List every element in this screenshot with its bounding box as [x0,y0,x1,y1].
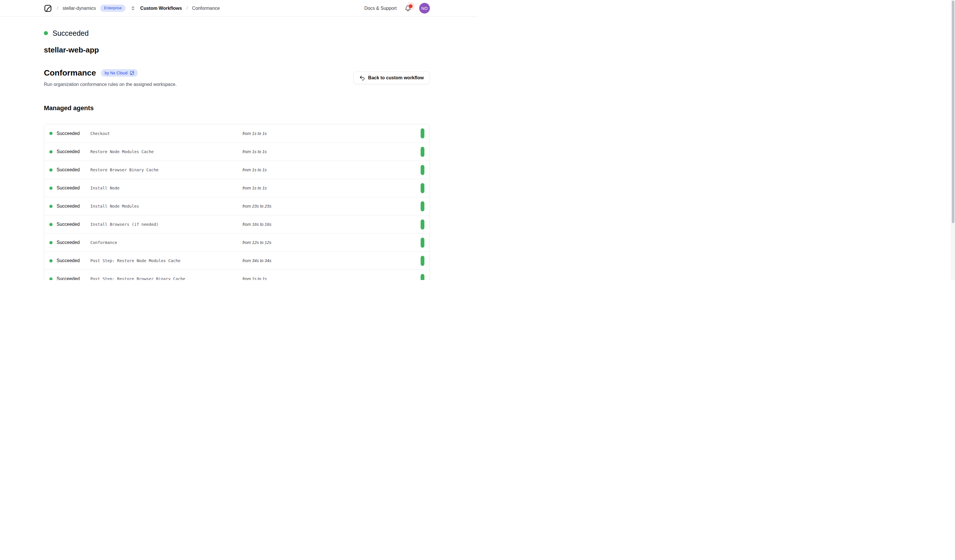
step-status-label: Succeeded [56,167,80,172]
arrow-uturn-left-icon [359,75,365,81]
step-status-dot [49,187,53,190]
step-status-dot [49,205,53,208]
step-duration-bar [421,165,424,175]
step-time-range: from 12s to 12s [243,240,421,245]
workflow-description: Run organization conformance rules on th… [44,81,177,88]
nx-cloud-logo-icon[interactable] [44,4,52,12]
workflow-title: Conformance [44,68,96,78]
step-duration-bar [421,128,424,139]
step-name: Install Browsers (if needed) [90,222,243,227]
step-duration-bar [421,220,424,229]
step-status-dot [49,168,53,172]
step-duration-bar [421,183,424,193]
page-title: stellar-web-app [44,45,430,55]
step-status-dot [49,278,53,280]
status-dot [44,31,48,35]
step-row[interactable]: Succeeded Install Node from 1s to 1s [44,179,430,197]
step-time-range: from 1s to 1s [243,131,421,136]
step-name: Checkout [90,131,243,136]
step-row[interactable]: Succeeded Restore Node Modules Cache fro… [44,142,430,161]
step-status-label: Succeeded [56,186,80,190]
step-status-dot [49,150,53,153]
step-name: Conformance [90,240,243,245]
managed-agents-card: Succeeded Checkout from 1s to 1s Succeed… [44,124,430,280]
run-status: Succeeded [44,28,430,38]
step-time-range: from 1s to 1s [243,167,421,172]
step-name: Post Step: Restore Browser Binary Cache [90,276,243,280]
breadcrumb-separator: / [57,5,58,11]
step-duration-bar [421,147,424,157]
plan-badge: Enterprise [100,5,125,12]
breadcrumb: / stellar-dynamics Enterprise Custom Wor… [44,4,220,12]
step-status-label: Succeeded [56,276,80,280]
step-row[interactable]: Succeeded Install Browsers (if needed) f… [44,215,430,233]
step-status-label: Succeeded [56,131,80,136]
step-row[interactable]: Succeeded Install Node Modules from 23s … [44,197,430,215]
step-time-range: from 16s to 16s [243,222,421,227]
step-status-dot [49,132,53,135]
step-duration-bar [421,256,424,266]
back-to-custom-workflow-button[interactable]: Back to custom workflow [353,72,430,84]
step-name: Install Node [90,186,243,190]
step-name: Post Step: Restore Node Modules Cache [90,258,243,263]
status-label: Succeeded [53,29,89,37]
step-time-range: from 34s to 34s [243,258,421,263]
managed-agents-title: Managed agents [44,104,430,112]
step-name: Restore Browser Binary Cache [90,167,243,172]
step-name: Restore Node Modules Cache [90,150,243,154]
breadcrumb-separator: / [186,5,188,11]
step-status-label: Succeeded [56,258,80,263]
step-row[interactable]: Succeeded Conformance from 12s to 12s [44,233,430,251]
top-navbar: / stellar-dynamics Enterprise Custom Wor… [0,0,478,17]
step-row[interactable]: Succeeded Restore Browser Binary Cache f… [44,161,430,179]
step-time-range: from 23s to 23s [243,204,421,209]
step-status-dot [49,259,53,262]
notification-dot [409,4,413,8]
breadcrumb-page[interactable]: Conformance [192,6,220,11]
step-status-label: Succeeded [56,204,80,209]
step-duration-bar [421,201,424,211]
nx-cloud-logo-icon [130,71,134,75]
by-nx-cloud-badge[interactable]: by Nx Cloud [101,69,138,77]
step-status-label: Succeeded [56,240,80,245]
step-row[interactable]: Succeeded Checkout from 1s to 1s [44,124,430,142]
workflow-header: Conformance by Nx Cloud Run organization… [44,67,177,88]
step-status-dot [49,223,53,226]
step-row[interactable]: Succeeded Post Step: Restore Browser Bin… [44,270,430,280]
avatar[interactable]: NO [419,3,430,14]
breadcrumb-org[interactable]: stellar-dynamics [63,6,96,11]
back-button-label: Back to custom workflow [368,75,424,80]
step-status-label: Succeeded [56,222,80,227]
badge-label: by Nx Cloud [105,71,127,75]
step-status-label: Succeeded [56,149,80,154]
step-time-range: from 1s to 1s [243,150,421,154]
step-row[interactable]: Succeeded Post Step: Restore Node Module… [44,251,430,270]
step-duration-bar [421,274,424,280]
docs-support-link[interactable]: Docs & Support [364,6,397,11]
chevron-up-down-icon[interactable] [130,5,136,11]
step-status-dot [49,241,53,244]
main-content: Succeeded stellar-web-app Conformance by… [44,28,430,280]
step-time-range: from 1s to 1s [243,186,421,190]
notifications-button[interactable] [404,5,412,12]
breadcrumb-section[interactable]: Custom Workflows [140,6,182,11]
step-duration-bar [421,238,424,248]
step-time-range: from 1s to 1s [243,276,421,280]
step-name: Install Node Modules [90,204,243,209]
